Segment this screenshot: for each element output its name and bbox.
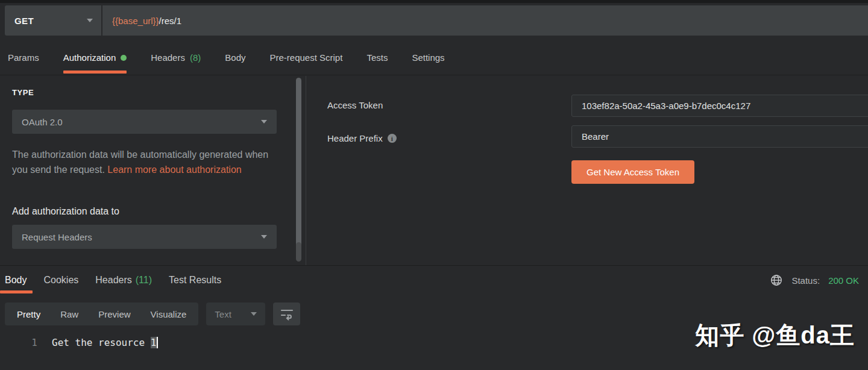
url-variable: {{base_url}} bbox=[112, 16, 159, 26]
method-dropdown[interactable]: GET bbox=[5, 5, 101, 36]
view-tab-pretty[interactable]: Pretty bbox=[17, 309, 40, 319]
response-view-bar: Pretty Raw Preview Visualize Text bbox=[5, 303, 300, 325]
response-body-line[interactable]: 1 Get the resource 1 bbox=[0, 335, 158, 350]
globe-icon[interactable] bbox=[770, 274, 783, 287]
tab-tests[interactable]: Tests bbox=[366, 40, 388, 75]
line-number: 1 bbox=[0, 337, 37, 348]
access-token-label: Access Token bbox=[327, 100, 383, 110]
tab-label: Authorization bbox=[63, 52, 116, 63]
info-icon[interactable]: i bbox=[388, 134, 397, 143]
tab-settings[interactable]: Settings bbox=[412, 40, 444, 75]
tab-label: Headers bbox=[95, 275, 131, 286]
chevron-down-icon bbox=[87, 19, 93, 22]
chevron-down-icon bbox=[251, 312, 257, 316]
tab-body[interactable]: Body bbox=[225, 40, 245, 75]
request-tab-bar: Params Authorization Headers (8) Body Pr… bbox=[0, 40, 868, 75]
tab-params[interactable]: Params bbox=[8, 40, 39, 75]
view-tab-preview[interactable]: Preview bbox=[98, 309, 130, 319]
tab-label: Body bbox=[5, 275, 27, 286]
url-input[interactable]: {{base_url}}/res/1 bbox=[102, 5, 868, 36]
type-label: TYPE bbox=[12, 88, 34, 97]
tab-pre-request-script[interactable]: Pre-request Script bbox=[270, 40, 343, 75]
tab-label: Body bbox=[225, 52, 245, 63]
view-tab-visualize[interactable]: Visualize bbox=[151, 309, 187, 319]
tab-label: Pre-request Script bbox=[270, 52, 343, 63]
header-prefix-label: Header Prefix i bbox=[327, 133, 397, 143]
response-tab-headers[interactable]: Headers (11) bbox=[89, 266, 158, 295]
status-value: 200 OK bbox=[828, 275, 859, 286]
auth-type-value: OAuth 2.0 bbox=[22, 117, 63, 127]
get-new-access-token-button[interactable]: Get New Access Token bbox=[571, 160, 694, 184]
active-tab-underline bbox=[0, 290, 33, 293]
tab-label: Headers bbox=[151, 52, 185, 63]
learn-more-link[interactable]: Learn more about authorization bbox=[107, 165, 241, 175]
header-prefix-input[interactable] bbox=[571, 125, 868, 148]
tab-authorization[interactable]: Authorization bbox=[63, 40, 127, 75]
url-path: /res/1 bbox=[159, 16, 182, 26]
active-tab-underline bbox=[63, 71, 127, 74]
add-to-value: Request Headers bbox=[22, 232, 92, 242]
tab-label: Tests bbox=[366, 52, 388, 63]
view-tab-raw[interactable]: Raw bbox=[60, 309, 78, 319]
status-label: Status: bbox=[791, 275, 820, 286]
pane-divider bbox=[306, 76, 306, 265]
tab-label: Cookies bbox=[43, 275, 78, 286]
access-token-input[interactable] bbox=[571, 95, 868, 117]
response-body-text: Get the resource 1 bbox=[52, 337, 158, 348]
response-meta: Status: 200 OK bbox=[770, 266, 859, 295]
method-label: GET bbox=[14, 16, 87, 26]
wrap-text-button[interactable] bbox=[273, 303, 300, 325]
response-tab-bar: Body Cookies Headers (11) Test Results bbox=[0, 266, 603, 295]
auth-type-select[interactable]: OAuth 2.0 bbox=[12, 110, 277, 134]
left-pane-scrollbar-end[interactable] bbox=[296, 242, 301, 262]
response-tab-body[interactable]: Body bbox=[0, 266, 33, 295]
tab-label: Test Results bbox=[169, 275, 221, 286]
add-to-label: Add authorization data to bbox=[12, 206, 119, 217]
view-mode-group: Pretty Raw Preview Visualize bbox=[5, 303, 198, 325]
text-cursor: 1 bbox=[151, 337, 159, 348]
headers-count-badge: (8) bbox=[190, 52, 201, 63]
chevron-down-icon bbox=[261, 120, 267, 124]
postman-request-view: GET {{base_url}}/res/1 Params Authorizat… bbox=[0, 0, 868, 370]
left-pane-scrollbar[interactable] bbox=[296, 78, 301, 253]
headers-count-badge: (11) bbox=[136, 275, 152, 286]
response-tab-cookies[interactable]: Cookies bbox=[37, 266, 84, 295]
green-dot-icon bbox=[121, 55, 127, 61]
add-to-select[interactable]: Request Headers bbox=[12, 225, 277, 249]
auth-description: The authorization data will be automatic… bbox=[12, 147, 276, 177]
tab-label: Settings bbox=[412, 52, 444, 63]
watermark: 知乎 @鱼da王 bbox=[695, 319, 855, 352]
chevron-down-icon bbox=[261, 235, 267, 239]
tab-label: Params bbox=[8, 52, 39, 63]
tab-headers[interactable]: Headers (8) bbox=[151, 40, 201, 75]
format-value: Text bbox=[215, 309, 231, 319]
response-tab-test-results[interactable]: Test Results bbox=[163, 266, 227, 295]
wrap-text-icon bbox=[280, 307, 294, 321]
top-strip bbox=[0, 0, 868, 3]
format-select[interactable]: Text bbox=[206, 303, 265, 325]
